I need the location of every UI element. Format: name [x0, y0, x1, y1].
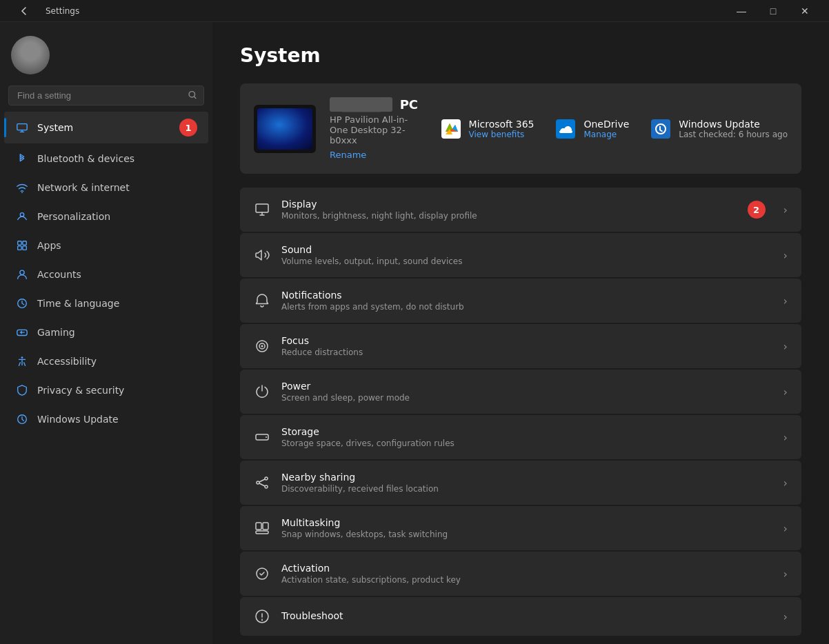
maximize-button[interactable]: □	[757, 0, 789, 22]
sidebar: System 1 Bluetooth & devices Network & i…	[0, 22, 212, 644]
setting-storage[interactable]: Storage Storage space, drives, configura…	[240, 415, 801, 459]
privacy-icon	[15, 383, 29, 397]
sidebar-item-label-system: System	[37, 122, 73, 133]
sidebar-item-time[interactable]: Time & language	[4, 290, 208, 317]
bluetooth-icon	[15, 152, 29, 165]
svg-rect-1	[17, 124, 27, 130]
main-content: System ████ PC HP Pavilion All-in-One De…	[212, 22, 829, 644]
svg-point-2	[21, 192, 23, 193]
sidebar-item-label-accessibility: Accessibility	[37, 356, 97, 367]
sidebar-item-label-windowsupdate: Windows Update	[37, 414, 119, 425]
setting-activation[interactable]: Activation Activation state, subscriptio…	[240, 552, 801, 596]
display-text: Display Monitors, brightness, night ligh…	[281, 199, 737, 221]
display-icon	[254, 201, 270, 218]
ms365-icon	[440, 118, 462, 140]
multitasking-icon	[254, 520, 270, 536]
sidebar-item-personalization[interactable]: Personalization	[4, 203, 208, 230]
notifications-chevron: ›	[783, 294, 788, 308]
onedrive-icon	[555, 118, 577, 140]
minimize-button[interactable]: —	[726, 0, 757, 22]
pc-shortcuts: Microsoft 365 View benefits OneDrive	[440, 118, 788, 140]
pc-card: ████ PC HP Pavilion All-in-One Desktop 3…	[240, 83, 801, 174]
close-button[interactable]: ✕	[789, 0, 821, 22]
apps-icon	[15, 239, 29, 252]
search-icon	[188, 90, 197, 101]
storage-icon	[254, 429, 270, 445]
search-box	[8, 85, 204, 105]
setting-notifications[interactable]: Notifications Alerts from apps and syste…	[240, 279, 801, 323]
svg-rect-17	[256, 204, 268, 212]
focus-icon	[254, 338, 270, 354]
winupdate-shortcut-text: Windows Update Last checked: 6 hours ago	[679, 119, 788, 139]
annotation-badge-2: 2	[748, 201, 766, 219]
notifications-icon	[254, 292, 270, 309]
sidebar-item-label-time: Time & language	[37, 298, 119, 309]
storage-chevron: ›	[783, 431, 788, 444]
setting-sound[interactable]: Sound Volume levels, output, input, soun…	[240, 233, 801, 277]
activation-chevron: ›	[783, 567, 788, 581]
svg-point-20	[261, 345, 263, 348]
troubleshoot-text: Troubleshoot	[281, 610, 772, 623]
pc-name: ████ PC	[330, 97, 426, 112]
sidebar-item-label-network: Network & internet	[37, 182, 130, 193]
page-title: System	[240, 44, 801, 67]
sidebar-item-network[interactable]: Network & internet	[4, 174, 208, 201]
setting-display[interactable]: Display Monitors, brightness, night ligh…	[240, 188, 801, 232]
power-chevron: ›	[783, 385, 788, 399]
pc-image	[254, 105, 316, 153]
sidebar-item-privacy[interactable]: Privacy & security	[4, 376, 208, 404]
ms365-shortcut[interactable]: Microsoft 365 View benefits	[440, 118, 535, 140]
multitasking-chevron: ›	[783, 522, 788, 535]
sidebar-item-bluetooth[interactable]: Bluetooth & devices	[4, 145, 208, 172]
accessibility-icon	[15, 354, 29, 368]
sidebar-item-windowsupdate[interactable]: Windows Update	[4, 405, 208, 433]
titlebar: Settings — □ ✕	[0, 0, 829, 22]
winupdate-shortcut-icon	[650, 118, 672, 140]
nearbysharing-chevron: ›	[783, 476, 788, 490]
power-icon	[254, 383, 270, 400]
search-input[interactable]	[8, 85, 204, 105]
onedrive-shortcut[interactable]: OneDrive Manage	[555, 118, 629, 140]
svg-rect-4	[18, 241, 21, 245]
windowsupdate-icon	[15, 412, 29, 426]
sidebar-item-label-apps: Apps	[37, 240, 61, 251]
svg-point-22	[266, 436, 267, 438]
notifications-text: Notifications Alerts from apps and syste…	[281, 290, 772, 312]
activation-icon	[254, 565, 270, 582]
sound-chevron: ›	[783, 249, 788, 262]
sound-text: Sound Volume levels, output, input, soun…	[281, 244, 772, 266]
sidebar-item-apps[interactable]: Apps	[4, 232, 208, 259]
back-button[interactable]	[8, 0, 40, 22]
svg-rect-28	[256, 531, 268, 534]
sidebar-item-label-privacy: Privacy & security	[37, 385, 124, 396]
storage-text: Storage Storage space, drives, configura…	[281, 426, 772, 448]
setting-focus[interactable]: Focus Reduce distractions ›	[240, 324, 801, 368]
annotation-badge-1: 1	[179, 119, 197, 137]
svg-point-24	[265, 477, 268, 480]
avatar	[11, 36, 50, 74]
sidebar-item-gaming[interactable]: Gaming	[4, 319, 208, 346]
pc-rename-link[interactable]: Rename	[330, 150, 426, 160]
titlebar-controls: — □ ✕	[726, 0, 821, 22]
pc-info: ████ PC HP Pavilion All-in-One Desktop 3…	[330, 97, 426, 160]
nearbysharing-text: Nearby sharing Discoverability, received…	[281, 472, 772, 494]
ms365-text: Microsoft 365 View benefits	[469, 119, 535, 139]
display-chevron: ›	[783, 203, 788, 217]
sidebar-item-system[interactable]: System 1	[4, 112, 208, 143]
svg-rect-5	[23, 241, 26, 245]
pc-model: HP Pavilion All-in-One Desktop 32-b0xxx	[330, 114, 426, 145]
gaming-icon	[15, 325, 29, 339]
time-icon	[15, 296, 29, 310]
sidebar-item-accessibility[interactable]: Accessibility	[4, 348, 208, 375]
setting-power[interactable]: Power Screen and sleep, power mode ›	[240, 370, 801, 414]
sidebar-item-accounts[interactable]: Accounts	[4, 261, 208, 288]
setting-nearbysharing[interactable]: Nearby sharing Discoverability, received…	[240, 461, 801, 505]
setting-multitasking[interactable]: Multitasking Snap windows, desktops, tas…	[240, 506, 801, 550]
winupdate-shortcut[interactable]: Windows Update Last checked: 6 hours ago	[650, 118, 788, 140]
sidebar-item-label-personalization: Personalization	[37, 211, 110, 222]
sidebar-item-label-gaming: Gaming	[37, 327, 75, 338]
setting-troubleshoot[interactable]: Troubleshoot ›	[240, 597, 801, 636]
svg-point-3	[20, 213, 23, 217]
focus-chevron: ›	[783, 340, 788, 353]
multitasking-text: Multitasking Snap windows, desktops, tas…	[281, 517, 772, 539]
